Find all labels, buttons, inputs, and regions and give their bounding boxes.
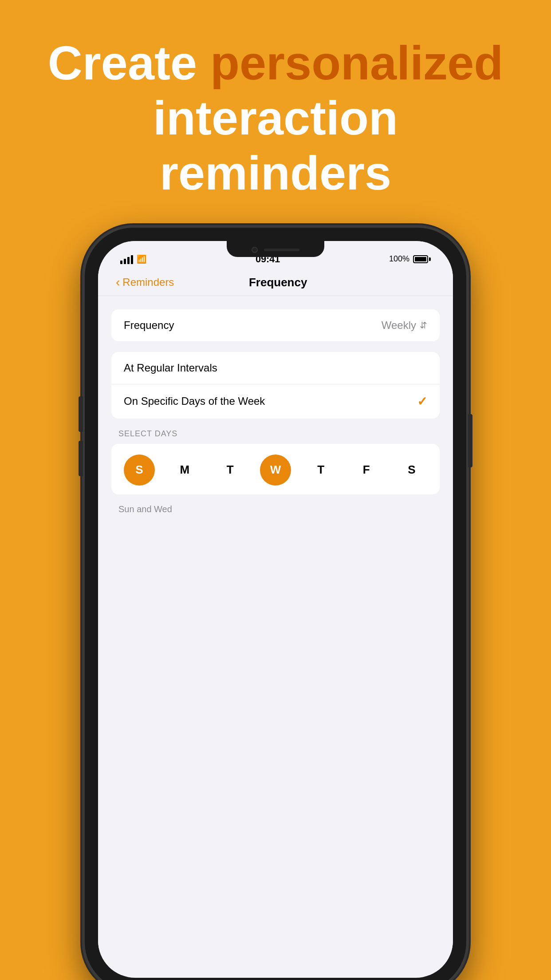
battery-icon — [413, 255, 431, 263]
option-specific-days[interactable]: On Specific Days of the Week ✓ — [111, 384, 440, 419]
option-specific-label: On Specific Days of the Week — [124, 395, 265, 407]
day-monday[interactable]: M — [169, 454, 200, 486]
volume-up-button — [79, 396, 83, 432]
speaker-slit — [264, 249, 299, 251]
headline-highlight: personalized — [210, 36, 503, 90]
day-tuesday[interactable]: T — [215, 454, 246, 486]
checkmark-icon: ✓ — [417, 394, 427, 409]
frequency-value: Weekly ⇵ — [382, 319, 427, 332]
options-card: At Regular Intervals On Specific Days of… — [111, 352, 440, 419]
signal-bar-2 — [124, 259, 126, 264]
select-days-header: SELECT DAYS — [111, 429, 440, 444]
phone-shell: 📶 09:41 100% ‹ Reminders — [85, 228, 466, 980]
wifi-icon: 📶 — [137, 254, 146, 264]
day-thursday[interactable]: T — [305, 454, 336, 486]
power-button — [468, 414, 472, 467]
option-regular-intervals[interactable]: At Regular Intervals — [111, 352, 440, 384]
status-left: 📶 — [120, 254, 146, 264]
back-button[interactable]: ‹ Reminders — [116, 276, 174, 288]
camera-dot — [252, 247, 258, 253]
battery-tip — [429, 257, 431, 261]
day-wednesday[interactable]: W — [260, 454, 291, 486]
status-right: 100% — [389, 254, 431, 264]
signal-bar-4 — [131, 255, 133, 264]
nav-title: Frequency — [174, 276, 382, 289]
day-sunday[interactable]: S — [124, 454, 155, 486]
back-label: Reminders — [122, 276, 174, 288]
signal-bar-1 — [120, 261, 122, 264]
option-regular-label: At Regular Intervals — [124, 362, 217, 374]
frequency-label: Frequency — [124, 319, 174, 332]
frequency-row[interactable]: Frequency Weekly ⇵ — [111, 309, 440, 341]
battery-fill — [415, 257, 426, 261]
days-row: S M T W T F S — [120, 454, 431, 486]
volume-down-button — [79, 441, 83, 476]
day-friday[interactable]: F — [351, 454, 382, 486]
back-chevron-icon: ‹ — [116, 276, 120, 288]
notch — [227, 241, 324, 257]
battery-body — [413, 255, 428, 263]
headline-line2: interaction reminders — [153, 91, 398, 200]
signal-bar-3 — [127, 257, 130, 264]
frequency-value-text: Weekly — [382, 319, 416, 332]
headline: Create personalized interaction reminder… — [35, 36, 516, 201]
days-subtitle: Sun and Wed — [111, 500, 440, 514]
days-card: S M T W T F S — [111, 444, 440, 494]
page-header: Create personalized interaction reminder… — [0, 0, 551, 219]
updown-chevron-icon: ⇵ — [420, 320, 427, 331]
day-saturday[interactable]: S — [396, 454, 427, 486]
navigation-bar: ‹ Reminders Frequency — [98, 269, 453, 296]
phone-mockup: 📶 09:41 100% ‹ Reminders — [85, 228, 466, 980]
battery-percent: 100% — [389, 254, 409, 264]
phone-screen: 📶 09:41 100% ‹ Reminders — [98, 241, 453, 978]
frequency-card: Frequency Weekly ⇵ — [111, 309, 440, 341]
headline-normal: Create — [48, 36, 210, 90]
content-area: Frequency Weekly ⇵ At Regular Intervals … — [98, 296, 453, 975]
signal-bars — [120, 254, 133, 264]
